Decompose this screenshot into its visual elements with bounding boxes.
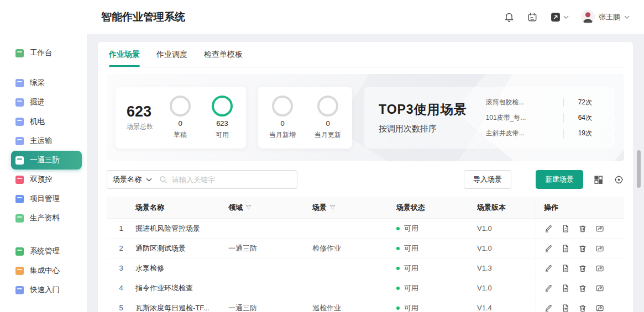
scenario-name: 掘进机风险管控场景 — [135, 224, 228, 234]
table-row[interactable]: 2 通防区测试场景 一通三防 检修作业 可用 V1.0 — [107, 239, 624, 258]
notification-bell-icon[interactable] — [504, 12, 515, 23]
sidebar-item[interactable]: 系统管理 — [11, 242, 82, 261]
sidebar-item[interactable]: 快速入门 — [11, 281, 82, 299]
system-mgmt-icon — [15, 247, 24, 256]
table-row[interactable]: 5 瓦斯浓度每日巡检-TF... 一通三防 巡检作业 可用 V1.4 — [107, 298, 624, 312]
tab[interactable]: 作业调度 — [156, 42, 187, 67]
copy-document-icon[interactable] — [561, 304, 570, 312]
sidebar-item[interactable]: 一通三防 — [11, 151, 82, 170]
top3-item: 101皮带_每... 64次 — [486, 113, 596, 123]
copy-document-icon[interactable] — [561, 284, 570, 293]
schedule-calendar-icon[interactable] — [527, 12, 538, 23]
create-scenario-button[interactable]: 新建场景 — [536, 170, 583, 189]
sidebar-item-label: 集成中心 — [30, 266, 60, 276]
integration-icon — [15, 267, 24, 275]
tab-label: 作业场景 — [109, 50, 140, 60]
project-mgmt-icon — [15, 195, 24, 203]
import-scenario-button[interactable]: 导入场景 — [464, 170, 511, 189]
table-body: 1 掘进机风险管控场景 可用 V1.0 — [107, 219, 624, 312]
chevron-down-icon — [146, 178, 152, 182]
sidebar-item-label: 机电 — [30, 117, 45, 126]
share-export-icon[interactable] — [595, 304, 604, 312]
table-row[interactable]: 3 水泵检修 可用 V1.3 — [107, 258, 624, 278]
topbar-actions: 张王鹏 — [504, 10, 630, 24]
sidebar-item[interactable]: 集成中心 — [11, 261, 82, 280]
copy-document-icon[interactable] — [561, 264, 570, 273]
filter-funnel-icon[interactable] — [329, 204, 336, 211]
sidebar-item[interactable]: 生产资料 — [11, 209, 82, 228]
share-export-icon[interactable] — [595, 284, 604, 293]
edit-icon[interactable] — [544, 244, 553, 253]
edit-icon[interactable] — [544, 224, 553, 233]
sidebar-item[interactable]: 主运输 — [11, 131, 82, 150]
copy-document-icon[interactable] — [561, 224, 570, 233]
search-field-label: 场景名称 — [113, 174, 142, 184]
col-header-actions: 操作 — [536, 197, 624, 218]
vertical-scrollbar[interactable] — [637, 150, 641, 188]
content-card: 作业场景 作业调度 检查单模板 6 — [98, 42, 633, 312]
tab-bar: 作业场景 作业调度 检查单模板 — [107, 42, 624, 67]
sidebar-nav: 工作台 综采 掘进 机电 主运输 — [0, 44, 87, 299]
sidebar-item-label: 快速入门 — [30, 285, 60, 295]
top3-item: 滚筒包胶检... 72次 — [486, 98, 596, 107]
sidebar-item[interactable]: 机电 — [11, 112, 82, 131]
user-menu[interactable]: 张王鹏 — [581, 10, 630, 24]
sidebar-item[interactable]: 项目管理 — [11, 189, 82, 208]
table-row[interactable]: 1 掘进机风险管控场景 可用 V1.0 — [107, 219, 624, 239]
avatar — [581, 10, 595, 24]
sidebar-item-label: 工作台 — [30, 48, 53, 58]
row-index: 3 — [107, 264, 135, 272]
tab[interactable]: 检查单模板 — [204, 42, 243, 67]
sidebar-item[interactable]: 工作台 — [11, 44, 82, 62]
share-export-icon[interactable] — [595, 224, 604, 233]
ring-label: 草稿 — [174, 130, 187, 140]
delete-trash-icon[interactable] — [578, 264, 587, 273]
delete-trash-icon[interactable] — [578, 244, 587, 253]
column-settings-icon[interactable] — [614, 174, 624, 185]
search-field-select[interactable]: 场景名称 — [113, 174, 154, 184]
mining-icon — [15, 79, 24, 87]
production-data-icon — [15, 214, 24, 223]
filter-funnel-icon[interactable] — [245, 204, 252, 211]
table-row[interactable]: 4 指令作业环境检查 可用 V1.0 — [107, 278, 624, 298]
ring-value: 623 — [216, 119, 228, 128]
delete-trash-icon[interactable] — [578, 224, 587, 233]
share-export-icon[interactable] — [595, 244, 604, 253]
monthly-stats-card: 0 当月新增 0 当月更新 — [258, 87, 352, 149]
app-switcher[interactable] — [550, 12, 569, 23]
scenario-version: V1.0 — [477, 224, 536, 232]
topbar: 智能作业管理系统 — [87, 0, 644, 34]
top3-item: 主斜井皮带... 19次 — [486, 129, 596, 138]
sidebar-item[interactable]: 综采 — [11, 73, 82, 92]
sidebar-item[interactable]: 双预控 — [11, 170, 82, 189]
stats-banner: 623 场景总数 0 草稿 — [107, 74, 624, 161]
scenario-name: 瓦斯浓度每日巡检-TF... — [135, 303, 228, 312]
col-header-version: 场景版本 — [477, 203, 536, 213]
scenario-status: 可用 — [396, 263, 477, 273]
scenario-total-card: 623 场景总数 0 草稿 — [116, 87, 246, 149]
tab[interactable]: 作业场景 — [109, 42, 140, 67]
user-name: 张王鹏 — [599, 12, 620, 22]
stat-ring: 0 当月更新 — [315, 96, 341, 140]
status-badge: 可用 — [404, 244, 418, 253]
top3-subtitle: 按调用次数排序 — [379, 124, 467, 134]
sidebar-item[interactable]: 掘进 — [11, 93, 82, 112]
copy-document-icon[interactable] — [561, 244, 570, 253]
top3-item-count: 19次 — [563, 129, 596, 138]
edit-icon[interactable] — [544, 304, 553, 312]
edit-icon[interactable] — [544, 264, 553, 273]
scenario-name: 水泵检修 — [135, 263, 228, 273]
delete-trash-icon[interactable] — [578, 304, 587, 312]
delete-trash-icon[interactable] — [578, 284, 587, 293]
scenario-table: 场景名称 领域 场景 场景状 — [107, 197, 624, 312]
search-input[interactable] — [172, 176, 291, 184]
status-badge: 可用 — [404, 283, 418, 293]
sidebar: 工作台 综采 掘进 机电 主运输 — [0, 0, 87, 312]
ventilation-icon — [15, 156, 24, 165]
card-view-toggle-icon[interactable] — [593, 174, 604, 185]
status-badge: 可用 — [404, 303, 418, 312]
edit-icon[interactable] — [544, 284, 553, 293]
share-export-icon[interactable] — [595, 264, 604, 273]
scenario-scene: 巡检作业 — [312, 303, 396, 312]
excavation-icon — [15, 98, 24, 107]
